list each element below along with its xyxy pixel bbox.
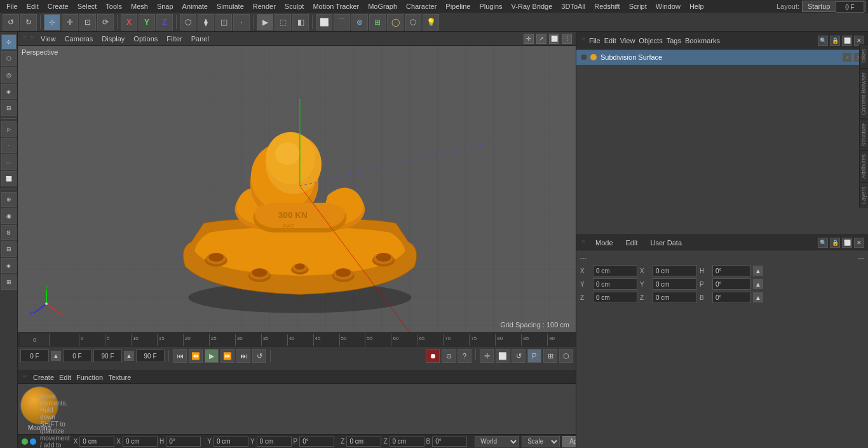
sculpt-mode-btn[interactable]: ⊟ — [1, 100, 17, 116]
paint-mode-btn[interactable]: ◈ — [1, 84, 17, 99]
model-mode-btn[interactable]: ⊹ — [1, 34, 17, 50]
h-input[interactable] — [712, 265, 750, 276]
light-button[interactable]: 💡 — [423, 14, 439, 31]
viewport-ctrl-2[interactable]: ↗ — [536, 34, 546, 44]
mat-menu-function[interactable]: Function — [76, 374, 103, 381]
tl-scale-btn[interactable]: ⬜ — [496, 349, 510, 363]
vtab-content-browser[interactable]: Content Browser — [860, 68, 868, 119]
b-arrow-up[interactable]: ▲ — [753, 292, 763, 302]
attr-user-data-tab[interactable]: User Data — [647, 238, 686, 248]
attr-edit-tab[interactable]: Edit — [622, 238, 642, 248]
menu-simulate[interactable]: Simulate — [213, 1, 248, 11]
menu-sculpt[interactable]: Sculpt — [281, 1, 308, 11]
tl-p-btn[interactable]: P — [527, 349, 541, 363]
tl-extra-btn[interactable]: ⬡ — [559, 349, 573, 363]
obj-mgr-edit-tab[interactable]: Edit — [604, 37, 616, 44]
attr-close-icon[interactable]: ✕ — [854, 238, 864, 248]
tl-rotate-btn[interactable]: ↺ — [512, 349, 526, 363]
menu-file[interactable]: File — [3, 1, 22, 11]
menu-vray[interactable]: V-Ray Bridge — [508, 1, 557, 11]
vtab-takes[interactable]: Takes — [860, 44, 868, 68]
deformer-button[interactable]: ⊞ — [369, 14, 386, 31]
spline-button[interactable]: ⌒ — [334, 14, 350, 31]
object-point-btn[interactable]: ▷ — [1, 121, 17, 137]
menu-motion-tracker[interactable]: Motion Tracker — [309, 1, 363, 11]
attr-expand-icon[interactable]: ⬜ — [842, 238, 852, 248]
pos-y-input[interactable] — [593, 278, 637, 290]
start-frame-field[interactable] — [20, 350, 49, 362]
s-btn[interactable]: S — [1, 225, 17, 240]
bone-btn[interactable]: ⊞ — [1, 275, 17, 290]
rotate-tool-button[interactable]: ⟳ — [97, 14, 114, 31]
menu-redshift[interactable]: Redshift — [590, 1, 623, 11]
pos-z-input[interactable] — [593, 292, 637, 303]
viewport-settings-btn[interactable]: ⋮ — [562, 34, 572, 44]
nurbs-button[interactable]: ⊗ — [351, 14, 368, 31]
viewport-menu-panel[interactable]: Panel — [187, 34, 213, 44]
y-size-input[interactable] — [257, 437, 292, 447]
goto-end-btn[interactable]: ⏭ — [236, 349, 250, 363]
end-preview-field[interactable] — [93, 350, 122, 362]
axis-mode-btn[interactable]: ◎ — [1, 67, 17, 83]
render-region-button[interactable]: ⬚ — [275, 14, 291, 31]
z-axis-button[interactable]: Z — [156, 14, 173, 31]
menu-create[interactable]: Create — [44, 1, 72, 11]
menu-character[interactable]: Character — [402, 1, 440, 11]
p-rotation-input[interactable] — [299, 437, 334, 447]
b-input[interactable] — [712, 292, 750, 303]
mat-menu-create[interactable]: Create — [33, 374, 54, 381]
auto-key-btn[interactable]: ⊙ — [442, 349, 456, 363]
h-arrow-up[interactable]: ▲ — [753, 266, 763, 276]
poly-mode-side-btn[interactable]: ⬜ — [1, 171, 17, 186]
menu-3dtoall[interactable]: 3DToAll — [557, 1, 589, 11]
undo-button[interactable]: ↺ — [3, 14, 19, 31]
viewport-ctrl-1[interactable]: ✛ — [524, 34, 534, 44]
mat-menu-edit[interactable]: Edit — [59, 374, 71, 381]
z-size-input[interactable] — [390, 437, 424, 447]
menu-window[interactable]: Window — [652, 1, 684, 11]
kin-btn[interactable]: ◈ — [1, 258, 17, 273]
move-tool-button[interactable]: ✛ — [62, 14, 78, 31]
viewport-maximize-btn[interactable]: ⬜ — [549, 34, 559, 44]
environment-button[interactable]: ◯ — [387, 14, 403, 31]
viewport-menu-display[interactable]: Display — [98, 34, 128, 44]
menu-script[interactable]: Script — [625, 1, 651, 11]
viewport-menu-options[interactable]: Options — [130, 34, 161, 44]
goto-start-btn[interactable]: ⏮ — [173, 349, 187, 363]
attr-search-icon[interactable]: 🔍 — [818, 238, 828, 248]
step-back-btn[interactable]: ⏪ — [189, 349, 203, 363]
x-size-input[interactable] — [123, 437, 158, 447]
cube-primitive-button[interactable]: ⬜ — [316, 14, 332, 31]
vtab-layers[interactable]: Layers — [860, 182, 868, 208]
search-icon[interactable]: 🔍 — [818, 36, 828, 46]
texture-mode-btn[interactable]: ⬡ — [1, 51, 17, 66]
attr-lock-icon[interactable]: 🔒 — [830, 238, 840, 248]
redo-button[interactable]: ↻ — [20, 14, 37, 31]
key-help-btn[interactable]: ? — [458, 349, 471, 363]
size-y-input[interactable] — [653, 278, 697, 290]
obj-mgr-view-tab[interactable]: View — [620, 37, 635, 44]
scale-dropdown[interactable]: Scale — [522, 436, 560, 447]
end-frame-up[interactable]: ▲ — [124, 351, 134, 361]
obj-checkmark-icon[interactable]: ✓ — [843, 53, 851, 62]
snap-btn[interactable]: ⊕ — [1, 192, 17, 207]
b-rotation-input[interactable] — [432, 437, 467, 447]
viewport-menu-view[interactable]: View — [37, 34, 60, 44]
size-z-input[interactable] — [653, 292, 697, 303]
y-position-input[interactable] — [214, 437, 248, 447]
point-mode-button[interactable]: · — [233, 14, 250, 31]
viewport-menu-filter[interactable]: Filter — [163, 34, 186, 44]
y-axis-button[interactable]: Y — [139, 14, 155, 31]
menu-select[interactable]: Select — [74, 1, 101, 11]
menu-pipeline[interactable]: Pipeline — [442, 1, 474, 11]
menu-mesh[interactable]: Mesh — [127, 1, 152, 11]
play-button[interactable]: ▶ — [205, 349, 219, 363]
end-frame-field[interactable] — [136, 350, 165, 362]
loop-btn[interactable]: ↺ — [252, 349, 266, 363]
menu-help[interactable]: Help — [686, 1, 708, 11]
menu-plugins[interactable]: Plugins — [475, 1, 506, 11]
edge-mode-button[interactable]: ◫ — [215, 14, 232, 31]
solo-btn[interactable]: ◉ — [1, 208, 17, 224]
step-forward-btn[interactable]: ⏩ — [220, 349, 234, 363]
timeline-ruler[interactable]: 0 0 5 10 15 20 25 30 35 40 45 50 55 60 6… — [18, 333, 576, 347]
